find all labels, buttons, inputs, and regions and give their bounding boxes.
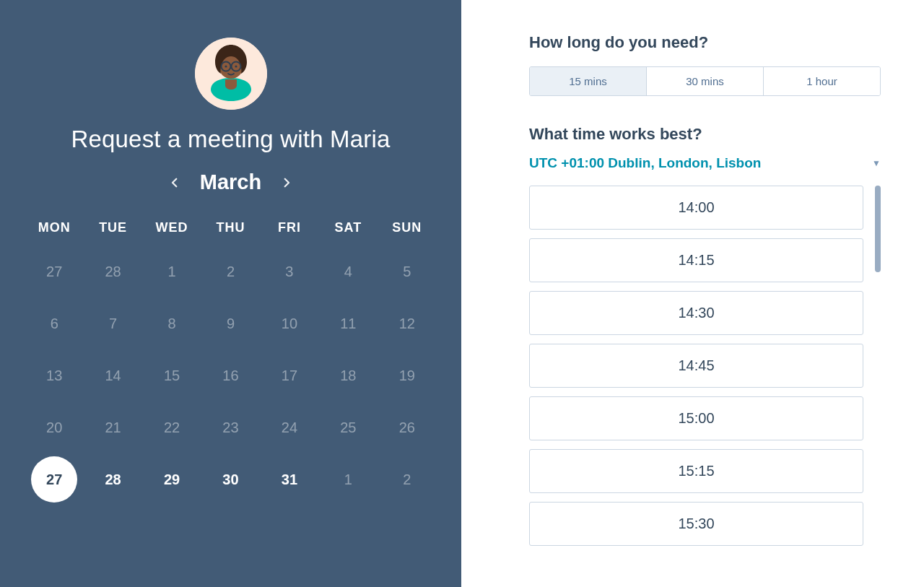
day-number: 3 [285, 264, 293, 280]
day-number: 2 [403, 471, 411, 488]
day-number: 16 [222, 368, 238, 384]
day-number: 15 [164, 368, 180, 384]
page-title: Request a meeting with Maria [71, 126, 390, 153]
time-panel: How long do you need? 15 mins30 mins1 ho… [461, 0, 924, 587]
caret-down-icon: ▼ [872, 158, 881, 168]
day-number: 14 [105, 368, 121, 384]
calendar-day[interactable]: 10 [260, 308, 318, 339]
day-number: 28 [105, 264, 121, 280]
calendar-day[interactable]: 30 [201, 464, 260, 495]
time-slot[interactable]: 15:00 [529, 396, 863, 440]
calendar-day[interactable]: 17 [260, 360, 318, 391]
time-slot[interactable]: 14:00 [529, 186, 863, 230]
calendar-day[interactable]: 11 [319, 308, 378, 339]
day-number: 31 [282, 471, 297, 488]
calendar-day[interactable]: 5 [378, 256, 436, 287]
calendar-day[interactable]: 21 [84, 412, 142, 443]
calendar-week: 20212223242526 [25, 412, 437, 443]
time-slots-container: 14:0014:1514:3014:4515:0015:1515:30 [529, 186, 881, 587]
calendar-day[interactable]: 2 [378, 464, 436, 495]
day-number: 27 [46, 264, 62, 280]
chevron-right-icon [280, 176, 293, 189]
calendar-day[interactable]: 20 [25, 412, 84, 443]
calendar-day[interactable]: 6 [25, 308, 84, 339]
day-number: 5 [403, 264, 411, 280]
calendar-week: 6789101112 [25, 308, 437, 339]
calendar-day[interactable]: 24 [260, 412, 318, 443]
day-number: 23 [222, 419, 238, 436]
calendar-day[interactable]: 18 [319, 360, 378, 391]
weekday-label: THU [201, 220, 260, 235]
calendar-day[interactable]: 3 [260, 256, 318, 287]
duration-option[interactable]: 15 mins [530, 67, 646, 95]
day-number: 11 [340, 316, 356, 332]
duration-heading: How long do you need? [529, 33, 881, 52]
calendar-day[interactable]: 28 [84, 256, 142, 287]
calendar-day[interactable]: 9 [201, 308, 260, 339]
day-number: 21 [105, 419, 121, 436]
calendar-panel: Request a meeting with Maria March MON T… [0, 0, 461, 587]
day-number: 7 [109, 316, 117, 332]
duration-option[interactable]: 30 mins [646, 67, 763, 95]
day-number: 4 [344, 264, 352, 280]
host-avatar [195, 38, 267, 110]
calendar-day[interactable]: 27 [25, 256, 84, 287]
calendar-day[interactable]: 12 [378, 308, 436, 339]
calendar-day[interactable]: 23 [201, 412, 260, 443]
duration-selector: 15 mins30 mins1 hour [529, 66, 881, 96]
calendar-day[interactable]: 31 [260, 464, 318, 495]
calendar-day[interactable]: 16 [201, 360, 260, 391]
calendar-day[interactable]: 27 [25, 464, 84, 495]
day-number: 22 [164, 419, 180, 436]
timezone-selector[interactable]: UTC +01:00 Dublin, London, Lisbon ▼ [529, 155, 881, 171]
calendar-day[interactable]: 28 [84, 464, 142, 495]
calendar-day[interactable]: 14 [84, 360, 142, 391]
weekday-label: FRI [260, 220, 318, 235]
calendar-day[interactable]: 1 [142, 256, 201, 287]
timezone-label: UTC +01:00 Dublin, London, Lisbon [529, 155, 761, 171]
svg-point-5 [225, 65, 227, 67]
scroll-thumb[interactable] [875, 186, 881, 272]
day-number: 13 [46, 368, 62, 384]
calendar-day[interactable]: 19 [378, 360, 436, 391]
day-number: 29 [164, 471, 180, 488]
day-number: 10 [282, 316, 297, 332]
calendar-day[interactable]: 29 [142, 464, 201, 495]
calendar-week: 272812345 [25, 256, 437, 287]
time-slot[interactable]: 14:45 [529, 344, 863, 388]
month-label: March [200, 170, 261, 194]
calendar-week: 272829303112 [25, 464, 437, 495]
time-slot[interactable]: 15:15 [529, 449, 863, 493]
calendar-day[interactable]: 15 [142, 360, 201, 391]
day-number: 2 [227, 264, 235, 280]
scrollbar[interactable] [875, 186, 881, 587]
time-slot[interactable]: 14:15 [529, 238, 863, 282]
calendar-day[interactable]: 4 [319, 256, 378, 287]
calendar-grid: MON TUE WED THU FRI SAT SUN 272812345678… [25, 220, 437, 516]
calendar-day[interactable]: 7 [84, 308, 142, 339]
day-number: 27 [46, 471, 62, 488]
prev-month-button[interactable] [168, 176, 181, 189]
day-number: 6 [51, 316, 58, 332]
calendar-day[interactable]: 26 [378, 412, 436, 443]
calendar-day[interactable]: 22 [142, 412, 201, 443]
calendar-day[interactable]: 2 [201, 256, 260, 287]
calendar-day[interactable]: 8 [142, 308, 201, 339]
day-number: 17 [282, 368, 297, 384]
weekday-label: MON [25, 220, 84, 235]
calendar-day[interactable]: 1 [319, 464, 378, 495]
time-slot[interactable]: 15:30 [529, 502, 863, 546]
time-heading: What time works best? [529, 125, 881, 144]
duration-option[interactable]: 1 hour [763, 67, 880, 95]
time-slot[interactable]: 14:30 [529, 291, 863, 335]
calendar-day[interactable]: 13 [25, 360, 84, 391]
day-number: 9 [227, 316, 235, 332]
calendar-week: 13141516171819 [25, 360, 437, 391]
next-month-button[interactable] [280, 176, 293, 189]
calendar-day[interactable]: 25 [319, 412, 378, 443]
day-number: 24 [282, 419, 297, 436]
month-navigator: March [168, 170, 293, 194]
weekday-label: SUN [378, 220, 436, 235]
day-number: 25 [340, 419, 356, 436]
day-number: 26 [399, 419, 415, 436]
